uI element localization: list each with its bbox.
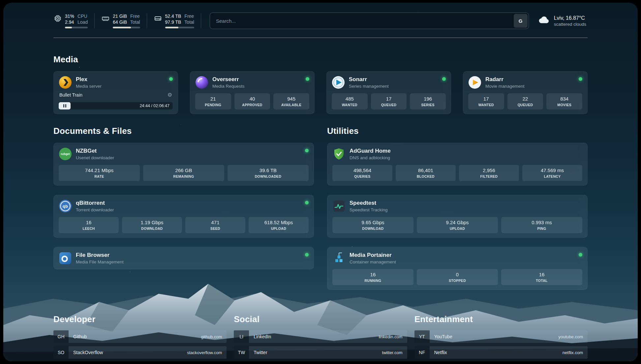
adguard-card[interactable]: AdGuard Home DNS and adblocking 498,564 … bbox=[327, 143, 588, 186]
stat-value: 9.24 Gbps bbox=[418, 220, 497, 225]
pause-button[interactable] bbox=[59, 102, 71, 109]
disk-total-label: Total bbox=[184, 19, 194, 25]
nzbget-card[interactable]: nzbget NZBGet Usenet downloader 744.21 M… bbox=[53, 143, 314, 186]
bookmarks-area: Developer GH Github github.com SO StackO… bbox=[53, 314, 588, 361]
bookmark-abbr: GH bbox=[53, 330, 69, 343]
bookmark-abbr: LI bbox=[234, 330, 249, 343]
memory-usage-bar bbox=[113, 27, 140, 28]
stat-label: QUEUED bbox=[372, 103, 406, 107]
bookmark-twitter[interactable]: TW Twitter twitter.com bbox=[234, 346, 407, 359]
stat-label: UPLOAD bbox=[418, 227, 497, 230]
stat-label: AVAILABLE bbox=[275, 103, 308, 107]
card-title: qBittorrent bbox=[76, 200, 114, 206]
stat-box: 498,564 QUERIES bbox=[332, 165, 392, 181]
search-bar[interactable]: G bbox=[210, 13, 529, 29]
stat-value: 0.993 ms bbox=[503, 220, 581, 225]
bookmark-name: LinkedIn bbox=[249, 334, 271, 339]
bookmark-abbr: YT bbox=[414, 330, 430, 343]
card-subtitle: Media server bbox=[76, 84, 102, 89]
stat-label: DOWNLOAD bbox=[334, 227, 412, 230]
overseerr-card[interactable]: Overseerr Media Requests 21 PENDING 40 A… bbox=[190, 71, 315, 114]
bookmark-name: Github bbox=[69, 334, 87, 339]
status-dot bbox=[579, 253, 582, 257]
stat-box: 1.19 Gbps DOWNLOAD bbox=[122, 217, 182, 233]
weather-location: Lviv, 16.87°C bbox=[554, 15, 586, 21]
stat-label: RATE bbox=[60, 174, 138, 178]
plex-card[interactable]: Plex Media server Bullet Train ⚙ 24:44 /… bbox=[53, 71, 178, 114]
stat-box: 196 SERIES bbox=[410, 93, 446, 109]
bookmark-name: StackOverflow bbox=[69, 350, 103, 355]
stat-value: 945 bbox=[275, 96, 308, 102]
status-dot bbox=[305, 149, 309, 152]
stat-box: 39.6 TB DOWNLOADED bbox=[228, 165, 309, 181]
weather-widget: Lviv, 16.87°C scattered clouds bbox=[537, 15, 588, 27]
stat-label: TOTAL bbox=[503, 279, 581, 283]
stat-box: 0 STOPPED bbox=[417, 269, 498, 285]
search-provider-button[interactable]: G bbox=[514, 14, 528, 28]
stat-box: 0.993 ms PING bbox=[501, 217, 582, 233]
status-dot bbox=[306, 77, 309, 81]
stat-value: 498,564 bbox=[334, 167, 391, 173]
bookmark-url: linkedin.com bbox=[379, 334, 407, 339]
stat-box: 17 QUEUED bbox=[371, 93, 407, 109]
stat-label: SEED bbox=[187, 227, 244, 230]
stat-value: 16 bbox=[503, 272, 581, 277]
radarr-icon bbox=[468, 76, 481, 89]
memory-total-value: 64 GiB bbox=[113, 19, 127, 25]
svg-text:nzbget: nzbget bbox=[61, 152, 70, 156]
plex-icon bbox=[59, 76, 72, 89]
status-dot bbox=[305, 201, 309, 204]
stat-box: 834 MOVIES bbox=[546, 93, 582, 109]
cpu-label: CPU bbox=[77, 13, 88, 19]
card-subtitle: Torrent downloader bbox=[76, 207, 114, 212]
card-subtitle: Media Requests bbox=[212, 84, 245, 89]
bookmark-url: github.com bbox=[201, 334, 227, 339]
developer-group: Developer GH Github github.com SO StackO… bbox=[53, 314, 227, 361]
bookmark-github[interactable]: GH Github github.com bbox=[53, 330, 227, 343]
cpu-load-label: Load bbox=[77, 19, 88, 25]
section-title-entertainment: Entertainment bbox=[414, 314, 588, 324]
stat-value: 485 bbox=[333, 96, 366, 102]
cloud-icon bbox=[537, 15, 550, 26]
stat-box: 485 WANTED bbox=[332, 93, 368, 109]
portainer-card[interactable]: Media Portainer Container management 16 … bbox=[327, 247, 588, 290]
search-input[interactable] bbox=[215, 18, 514, 24]
stat-value: 196 bbox=[411, 96, 444, 102]
stat-label: QUEUED bbox=[509, 103, 542, 107]
stat-value: 618.52 Mbps bbox=[250, 220, 307, 225]
cpu-usage-bar bbox=[65, 27, 88, 28]
stat-label: BLOCKED bbox=[397, 174, 454, 178]
stat-box: 86,401 BLOCKED bbox=[396, 165, 456, 181]
sonarr-card[interactable]: Sonarr Series management 485 WANTED 17 Q… bbox=[326, 71, 451, 114]
stat-value: 266 GB bbox=[144, 167, 223, 173]
qbittorrent-card[interactable]: qb qBittorrent Torrent downloader 16 LEE… bbox=[53, 195, 314, 238]
settings-gear-icon[interactable]: ⚙ bbox=[168, 92, 172, 98]
section-title-utilities: Utilities bbox=[327, 126, 588, 136]
stat-value: 16 bbox=[60, 220, 117, 225]
adguard-icon bbox=[332, 147, 346, 161]
stat-label: REMAINING bbox=[144, 174, 223, 178]
card-subtitle: Media File Management bbox=[76, 259, 124, 264]
stat-label: APPROVED bbox=[236, 103, 269, 107]
bookmark-stackoverflow[interactable]: SO StackOverflow stackoverflow.com bbox=[53, 346, 227, 359]
radarr-card[interactable]: Radarr Movie management 17 WANTED 22 QUE… bbox=[463, 71, 588, 114]
playback-progress-bar[interactable]: 24:44 / 02:06:47 bbox=[59, 102, 173, 109]
filebrowser-card[interactable]: File Browser Media File Management bbox=[53, 247, 314, 269]
stat-label: UPLOAD bbox=[250, 227, 307, 230]
speedtest-card[interactable]: Speedtest Speedtest Tracking 9.65 Gbps D… bbox=[327, 195, 588, 238]
sonarr-icon bbox=[332, 76, 345, 89]
bookmark-linkedin[interactable]: LI LinkedIn linkedin.com bbox=[234, 330, 407, 343]
disk-icon bbox=[154, 14, 162, 24]
stat-label: WANTED bbox=[333, 103, 366, 107]
stat-label: STOPPED bbox=[418, 279, 497, 283]
bookmark-netflix[interactable]: NF Netflix netflix.com bbox=[414, 346, 588, 359]
now-playing-title: Bullet Train bbox=[59, 92, 82, 98]
stat-value: 86,401 bbox=[397, 167, 454, 173]
card-subtitle: Container management bbox=[350, 259, 396, 264]
bookmark-youtube[interactable]: YT YouTube youtube.com bbox=[414, 330, 588, 343]
card-title: File Browser bbox=[76, 252, 124, 258]
stat-value: 21 bbox=[197, 96, 230, 102]
stat-label: LATENCY bbox=[524, 174, 581, 178]
stat-label: WANTED bbox=[470, 103, 503, 107]
card-title: AdGuard Home bbox=[350, 148, 391, 154]
